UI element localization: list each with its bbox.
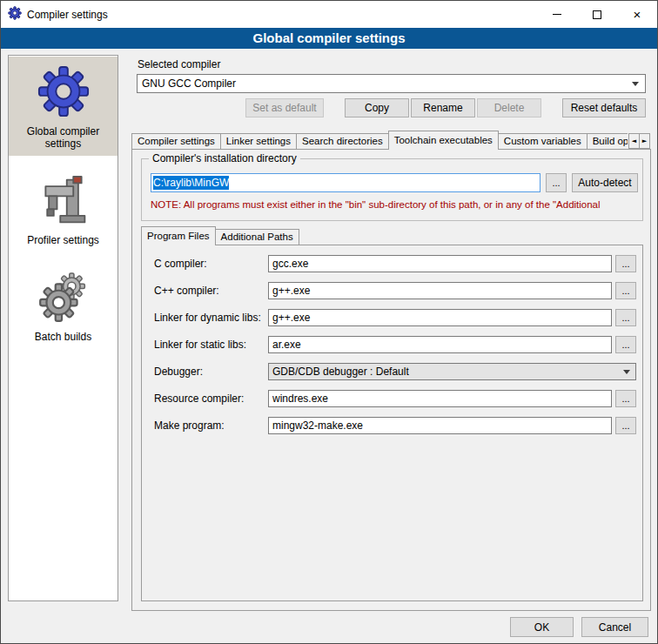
compiler-settings-window: Compiler settings × Global compiler sett… bbox=[0, 0, 658, 644]
browse-dynamic-linker-button[interactable]: ... bbox=[615, 309, 636, 326]
form-row-static-linker: Linker for static libs: ... bbox=[142, 336, 642, 353]
form-row-c-compiler: C compiler: ... bbox=[142, 255, 642, 272]
browse-cpp-compiler-button[interactable]: ... bbox=[615, 282, 636, 299]
field-label: Linker for dynamic libs: bbox=[154, 312, 268, 324]
field-label: Resource compiler: bbox=[154, 392, 268, 405]
tab-toolchain-executables[interactable]: Toolchain executables bbox=[388, 131, 499, 150]
browse-static-linker-button[interactable]: ... bbox=[615, 336, 636, 353]
minimize-button[interactable] bbox=[537, 1, 577, 28]
tab-build-options[interactable]: Build options bbox=[587, 133, 628, 150]
browse-c-compiler-button[interactable]: ... bbox=[615, 255, 636, 272]
toolchain-executables-panel: Compiler's installation directory C:\ray… bbox=[131, 149, 651, 611]
sidebar-item-label: Batch builds bbox=[10, 331, 116, 343]
selected-compiler-dropdown[interactable]: GNU GCC Compiler bbox=[137, 74, 646, 93]
installation-note: NOTE: All programs must exist either in … bbox=[151, 199, 640, 210]
installation-directory-group: Compiler's installation directory C:\ray… bbox=[141, 158, 643, 221]
selected-compiler-label: Selected compiler bbox=[138, 58, 220, 70]
reset-defaults-button[interactable]: Reset defaults bbox=[562, 98, 646, 117]
c-compiler-input[interactable] bbox=[268, 255, 612, 272]
make-program-input[interactable] bbox=[268, 417, 612, 434]
field-label: Make program: bbox=[154, 419, 268, 432]
form-row-cpp-compiler: C++ compiler: ... bbox=[142, 282, 642, 299]
app-gear-icon bbox=[8, 6, 22, 23]
window-title: Compiler settings bbox=[27, 9, 108, 21]
program-tabstrip: Program Files Additional Paths bbox=[141, 226, 299, 245]
window-controls: × bbox=[537, 1, 657, 28]
installation-directory-group-label: Compiler's installation directory bbox=[149, 152, 300, 164]
selected-path-text: C:\raylib\MinGW bbox=[153, 176, 229, 190]
field-label: C compiler: bbox=[154, 258, 268, 270]
chevron-down-icon bbox=[623, 370, 630, 374]
selected-compiler-value: GNU GCC Compiler bbox=[142, 77, 236, 90]
tab-scroll-controls: ◄ ► bbox=[628, 133, 650, 149]
titlebar: Compiler settings × bbox=[1, 1, 657, 28]
debugger-dropdown[interactable]: GDB/CDB debugger : Default bbox=[268, 363, 636, 380]
set-as-default-button[interactable]: Set as default bbox=[245, 98, 324, 117]
tab-additional-paths[interactable]: Additional Paths bbox=[215, 229, 299, 245]
maximize-button[interactable] bbox=[577, 1, 617, 28]
sidebar-item-global-compiler-settings[interactable]: Global compiler settings bbox=[9, 57, 118, 156]
blue-gear-icon bbox=[10, 64, 116, 122]
tab-program-files[interactable]: Program Files bbox=[141, 226, 216, 245]
settings-tabstrip: Compiler settings Linker settings Search… bbox=[131, 131, 628, 150]
auto-detect-button[interactable]: Auto-detect bbox=[572, 173, 638, 192]
cpp-compiler-input[interactable] bbox=[268, 282, 612, 299]
browse-make-program-button[interactable]: ... bbox=[615, 417, 636, 434]
tab-linker-settings[interactable]: Linker settings bbox=[220, 133, 297, 150]
program-files-panel: C compiler: ... C++ compiler: ... Linker… bbox=[141, 245, 643, 601]
copy-button[interactable]: Copy bbox=[345, 98, 409, 117]
resource-compiler-input[interactable] bbox=[268, 390, 612, 407]
sidebar-item-label: Profiler settings bbox=[10, 234, 116, 246]
browse-installation-directory-button[interactable]: ... bbox=[546, 173, 567, 192]
field-label: Debugger: bbox=[154, 366, 268, 378]
cancel-button[interactable]: Cancel bbox=[581, 617, 648, 637]
debugger-value: GDB/CDB debugger : Default bbox=[272, 366, 409, 378]
minimize-icon bbox=[553, 14, 561, 15]
tab-scroll-right-button[interactable]: ► bbox=[639, 133, 650, 149]
close-icon: × bbox=[634, 8, 641, 21]
installation-directory-input[interactable]: C:\raylib\MinGW bbox=[151, 173, 540, 192]
tab-custom-variables[interactable]: Custom variables bbox=[498, 133, 588, 150]
browse-resource-compiler-button[interactable]: ... bbox=[615, 390, 636, 407]
ok-button[interactable]: OK bbox=[510, 617, 574, 637]
rename-button[interactable]: Rename bbox=[411, 98, 475, 117]
tab-search-directories[interactable]: Search directories bbox=[296, 133, 389, 150]
chevron-down-icon bbox=[632, 82, 639, 86]
gray-gears-icon bbox=[10, 272, 116, 327]
field-label: C++ compiler: bbox=[154, 285, 268, 297]
form-row-dynamic-linker: Linker for dynamic libs: ... bbox=[142, 309, 642, 326]
dynamic-libs-linker-input[interactable] bbox=[268, 309, 612, 326]
form-row-resource-compiler: Resource compiler: ... bbox=[142, 390, 642, 407]
form-row-debugger: Debugger: GDB/CDB debugger : Default bbox=[142, 363, 642, 380]
sidebar-item-label: Global compiler settings bbox=[10, 125, 116, 150]
sidebar-item-profiler-settings[interactable]: Profiler settings bbox=[9, 167, 118, 252]
form-row-make-program: Make program: ... bbox=[142, 417, 642, 434]
field-label: Linker for static libs: bbox=[154, 339, 268, 351]
toolchain-form: C compiler: ... C++ compiler: ... Linker… bbox=[142, 245, 642, 434]
sidebar: Global compiler settings Profiler settin… bbox=[8, 55, 118, 601]
delete-button[interactable]: Delete bbox=[477, 98, 541, 117]
tab-compiler-settings[interactable]: Compiler settings bbox=[131, 133, 221, 150]
maximize-icon bbox=[593, 10, 601, 19]
profiler-tool-icon bbox=[10, 175, 116, 231]
dialog-header: Global compiler settings bbox=[1, 28, 657, 49]
sidebar-item-batch-builds[interactable]: Batch builds bbox=[9, 264, 118, 349]
dialog-header-title: Global compiler settings bbox=[252, 30, 405, 45]
static-libs-linker-input[interactable] bbox=[268, 336, 612, 353]
close-button[interactable]: × bbox=[617, 1, 657, 28]
